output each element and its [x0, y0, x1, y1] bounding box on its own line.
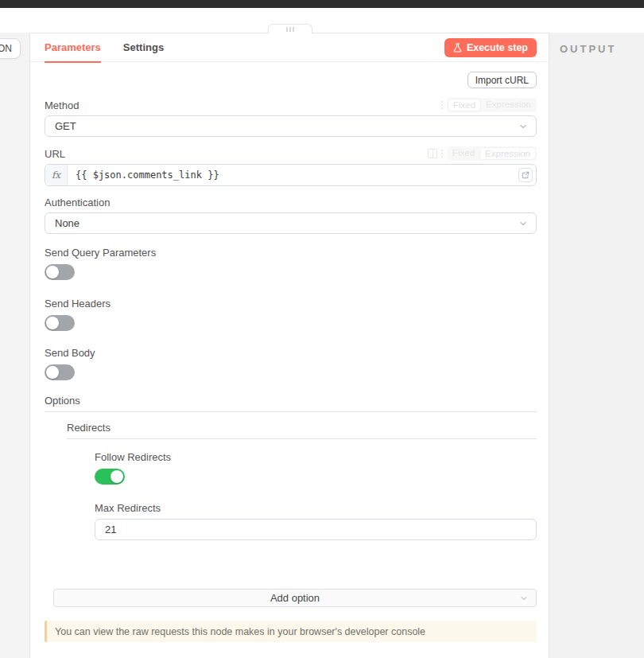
add-option-button[interactable]: Add option [53, 589, 537, 607]
tab-settings-label: Settings [123, 41, 164, 53]
send-query-parameters-label: Send Query Parameters [45, 247, 537, 259]
method-mode-expression[interactable]: Expression [481, 99, 536, 111]
output-panel-title: OUTPUT [560, 43, 616, 55]
options-section-label: Options [45, 395, 537, 407]
dots-menu-icon[interactable] [441, 101, 443, 109]
execute-step-label: Execute step [467, 42, 528, 53]
method-select-value: GET [55, 120, 76, 132]
chevron-down-icon [518, 122, 528, 131]
url-mode-toggle[interactable]: Fixed Expression [428, 146, 537, 161]
url-expression-value[interactable]: {{ $json.comments_link }} [68, 169, 219, 181]
chevron-down-icon [519, 594, 529, 603]
panel-header: Parameters Settings Execute step [30, 33, 549, 62]
send-headers-toggle[interactable] [45, 315, 75, 331]
method-label: Method [45, 99, 79, 111]
max-redirects-field [95, 519, 537, 540]
follow-redirects-toggle[interactable] [95, 469, 125, 485]
json-view-button[interactable]: SON [0, 38, 21, 59]
tab-parameters-label: Parameters [45, 41, 101, 53]
send-body-label: Send Body [45, 347, 537, 359]
send-query-parameters-toggle[interactable] [45, 264, 75, 280]
import-curl-button[interactable]: Import cURL [467, 72, 537, 88]
tab-settings[interactable]: Settings [123, 33, 164, 62]
import-curl-label: Import cURL [475, 75, 529, 86]
send-body-toggle[interactable] [45, 364, 75, 380]
divider [45, 411, 537, 412]
divider [67, 438, 537, 439]
add-option-label: Add option [270, 592, 320, 604]
authentication-label: Authentication [45, 197, 110, 208]
developer-console-notice: You can view the raw requests this node … [45, 621, 537, 642]
node-settings-panel: Parameters Settings Execute step Import … [29, 33, 549, 658]
url-expression-input[interactable]: fx {{ $json.comments_link }} [45, 164, 537, 186]
redirects-section-label: Redirects [67, 422, 537, 434]
method-mode-fixed[interactable]: Fixed [448, 99, 481, 111]
dots-menu-icon[interactable] [441, 150, 443, 158]
authentication-select[interactable]: None [45, 212, 537, 234]
json-view-button-label: SON [0, 43, 12, 54]
parameters-content: Import cURL Method Fixed Expression GET … [30, 72, 549, 642]
open-expression-editor-button[interactable] [518, 168, 533, 182]
url-mode-fixed[interactable]: Fixed [448, 147, 479, 160]
execute-step-button[interactable]: Execute step [444, 38, 537, 57]
method-select[interactable]: GET [45, 115, 537, 137]
output-panel: OUTPUT [549, 33, 644, 658]
method-mode-toggle[interactable]: Fixed Expression [441, 98, 537, 112]
grip-icon [286, 27, 288, 32]
max-redirects-input[interactable] [105, 524, 528, 535]
url-label: URL [45, 148, 65, 160]
url-mode-expression[interactable]: Expression [479, 147, 536, 160]
send-headers-label: Send Headers [45, 298, 537, 310]
flask-icon [453, 43, 462, 53]
fx-icon: fx [45, 165, 68, 185]
tab-parameters[interactable]: Parameters [45, 33, 101, 62]
panel-drag-handle[interactable] [268, 24, 312, 33]
window-top-bar [0, 0, 644, 8]
developer-console-notice-text: You can view the raw requests this node … [55, 626, 425, 637]
columns-icon[interactable] [428, 149, 437, 158]
chevron-down-icon [518, 219, 528, 228]
input-panel-strip [0, 33, 29, 658]
follow-redirects-label: Follow Redirects [95, 451, 537, 463]
max-redirects-label: Max Redirects [95, 502, 537, 514]
authentication-select-value: None [55, 217, 80, 229]
